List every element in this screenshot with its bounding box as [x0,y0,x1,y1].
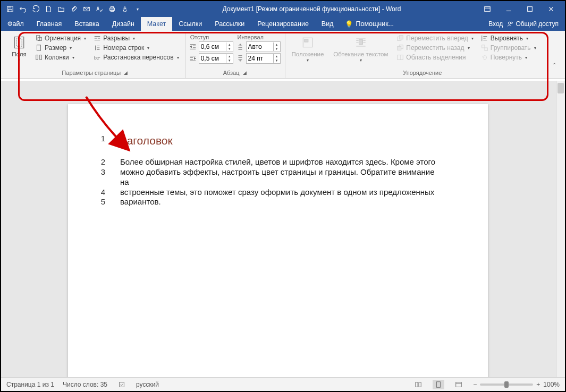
collapse-ribbon-icon[interactable]: ⌃ [552,62,556,68]
spin-down[interactable]: ▼ [226,58,233,63]
signin-link[interactable]: Вход [488,20,503,28]
paragraph-launcher[interactable]: ◢ [243,70,247,75]
bring-forward-button[interactable]: Переместить вперед▾ [394,34,475,42]
status-language[interactable]: русский [136,381,159,388]
zoom-level[interactable]: 100% [543,381,560,388]
margins-icon [12,35,27,50]
zoom-slider[interactable] [480,384,533,386]
align-icon [481,35,488,42]
orientation-button[interactable]: Ориентация▾ [33,34,88,42]
spellcheck-icon[interactable] [94,3,105,15]
tab-insert[interactable]: Вставка [68,17,105,31]
tab-review[interactable]: Рецензирование [251,17,315,31]
spacing-header: Интервал [236,34,281,40]
position-icon [300,35,315,50]
tab-home[interactable]: Главная [30,17,69,31]
size-button[interactable]: Размер▾ [33,44,88,52]
svg-text:bc: bc [94,55,99,61]
indent-right-spinner[interactable]: ▲▼ [189,53,233,64]
group-button[interactable]: Группировать▾ [479,44,538,52]
body-line[interactable]: можно добавить эффекты, настроить цвет с… [120,167,439,188]
tab-mailings[interactable]: Рассылки [208,17,251,31]
selection-pane-button[interactable]: Область выделения [394,53,475,62]
svg-rect-23 [400,36,403,39]
tab-view[interactable]: Вид [315,17,340,31]
line-number: 2 [98,157,105,167]
save-icon[interactable] [4,3,16,15]
tab-file[interactable]: Файл [1,17,30,31]
attach-icon[interactable] [68,3,80,15]
proofing-icon[interactable] [116,380,128,389]
align-button[interactable]: Выровнять▾ [479,34,538,42]
line-numbers-button[interactable]: Номера строк▾ [91,44,181,52]
spacing-after-input[interactable] [247,55,273,62]
rotate-button[interactable]: Повернуть▾ [479,53,538,62]
vertical-scrollbar[interactable] [556,81,565,377]
hyphenation-button[interactable]: bcРасстановка переносов▾ [91,53,181,62]
scrollbar-thumb[interactable] [557,83,564,93]
indent-left-input[interactable] [199,43,226,50]
spin-up[interactable]: ▲ [274,42,280,47]
page-setup-launcher[interactable]: ◢ [124,70,128,75]
spin-down[interactable]: ▼ [226,47,233,51]
ribbon-display-icon[interactable] [480,3,495,15]
read-mode-icon[interactable] [412,380,424,389]
breaks-button[interactable]: Разрывы▾ [91,34,181,42]
wrap-text-button[interactable]: Обтекание текстом▾ [330,34,391,64]
new-icon[interactable] [43,3,54,15]
undo-icon[interactable] [17,3,29,15]
spacing-before-spinner[interactable]: ▲▼ [236,41,281,52]
spacing-before-input[interactable] [247,43,273,50]
columns-icon [35,54,43,61]
position-button[interactable]: Положение▾ [289,34,327,64]
spin-up[interactable]: ▲ [226,42,233,47]
window-title: Документ1 [Режим ограниченной функционал… [143,5,480,13]
body-line[interactable]: вариантов. [120,197,161,207]
indent-right-input[interactable] [199,55,226,62]
status-page[interactable]: Страница 1 из 1 [6,381,54,388]
body-line[interactable]: встроенные темы, это поможет сразу оформ… [120,188,434,198]
send-backward-button[interactable]: Переместить назад▾ [394,44,475,52]
spin-down[interactable]: ▼ [274,58,280,63]
tab-design[interactable]: Дизайн [106,17,141,31]
document-area: 1Заголовок 2Более обширная настройка сти… [1,81,565,377]
tell-me[interactable]: 💡Помощник... [340,17,399,31]
body-line[interactable]: Более обширная настройка стилей, цветов … [120,157,435,167]
columns-button[interactable]: Колонки▾ [33,53,88,62]
group-label-paragraph: Абзац [223,70,240,76]
ribbon-layout: Поля▾ Ориентация▾ Размер▾ Колонки▾ Разры… [1,31,565,79]
spin-down[interactable]: ▼ [274,47,280,51]
svg-rect-29 [120,382,124,387]
status-words[interactable]: Число слов: 35 [63,381,107,388]
indent-left-icon [189,43,197,50]
indent-left-spinner[interactable]: ▲▼ [189,41,233,52]
svg-rect-8 [528,7,533,12]
email-icon[interactable] [81,3,92,15]
print-layout-icon[interactable] [433,380,444,389]
touch-icon[interactable] [119,3,131,15]
qat-customize-icon[interactable]: ▾ [132,3,143,15]
svg-rect-25 [398,46,401,50]
close-icon[interactable] [544,3,559,15]
spin-up[interactable]: ▲ [274,54,280,58]
margins-button[interactable]: Поля▾ [9,34,30,64]
redo-icon[interactable] [30,3,41,15]
document-heading[interactable]: Заголовок [120,134,173,148]
open-icon[interactable] [55,3,67,15]
maximize-icon[interactable] [522,3,537,15]
zoom-out-button[interactable]: − [473,381,477,388]
zoom-in-button[interactable]: + [536,381,540,388]
tab-references[interactable]: Ссылки [172,17,208,31]
spacing-after-spinner[interactable]: ▲▼ [236,53,281,64]
indent-right-icon [189,55,197,62]
group-icon [481,44,488,52]
web-layout-icon[interactable] [453,380,464,389]
hyphenation-icon: bc [94,54,101,61]
document-page[interactable]: 1Заголовок 2Более обширная настройка сти… [68,104,488,377]
minimize-icon[interactable] [501,3,516,15]
bulb-icon: 💡 [345,20,353,28]
share-button[interactable]: Общий доступ [507,20,559,28]
quickprint-icon[interactable] [106,3,118,15]
tab-layout[interactable]: Макет [141,17,172,31]
spin-up[interactable]: ▲ [226,54,233,58]
